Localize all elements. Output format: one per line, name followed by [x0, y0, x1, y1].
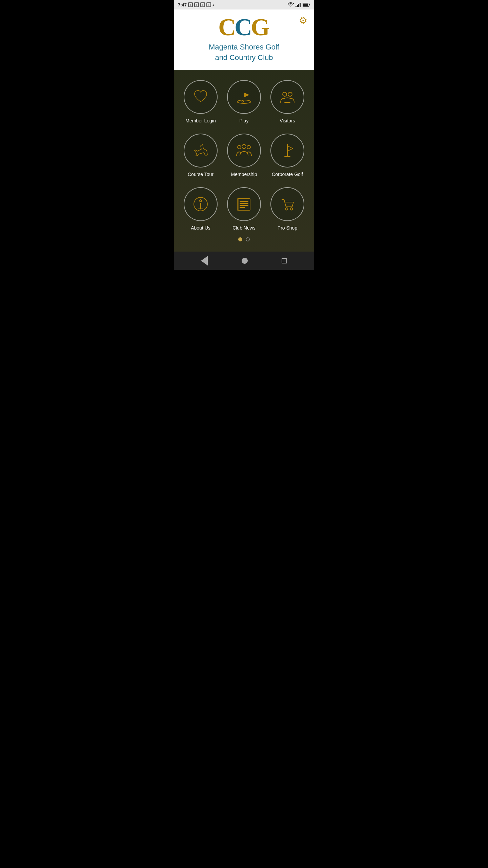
pagination-dot-1[interactable] — [238, 237, 242, 241]
menu-item-member-login[interactable]: Member Login — [181, 80, 221, 123]
battery-icon — [303, 3, 310, 7]
menu-item-course-tour[interactable]: Course Tour — [181, 134, 221, 177]
logo-c2: C — [235, 15, 251, 39]
membership-icon-circle — [227, 134, 261, 167]
logo-container: C C G Magenta Shores Golf and Country Cl… — [209, 15, 279, 63]
svg-point-11 — [283, 92, 287, 96]
menu-item-pro-shop[interactable]: Pro Shop — [267, 187, 307, 231]
svg-rect-2 — [298, 4, 299, 7]
signal-icon — [296, 2, 301, 7]
svg-point-12 — [288, 92, 292, 96]
corporate-golf-icon-circle — [270, 134, 304, 167]
header: ⚙ C C G Magenta Shores Golf and Country … — [174, 9, 314, 70]
notification-icon-1: ! — [188, 2, 193, 7]
notification-icon-3: ! — [200, 2, 205, 7]
wifi-icon — [288, 2, 294, 7]
course-tour-label: Course Tour — [188, 172, 214, 177]
svg-point-18 — [200, 200, 202, 202]
pagination-dot-2[interactable] — [246, 237, 250, 241]
plane-icon — [192, 142, 209, 159]
club-news-label: Club News — [232, 225, 256, 231]
svg-rect-22 — [238, 199, 250, 210]
menu-item-membership[interactable]: Membership — [224, 134, 264, 177]
svg-point-13 — [238, 145, 241, 149]
heart-icon — [192, 88, 209, 106]
status-icons — [288, 2, 310, 7]
dot-indicator: • — [212, 2, 214, 7]
logo-initials: C C G — [218, 15, 270, 39]
svg-rect-3 — [300, 3, 301, 7]
menu-item-about-us[interactable]: About Us — [181, 187, 221, 231]
club-name: Magenta Shores Golf and Country Club — [209, 42, 279, 63]
svg-point-28 — [290, 208, 293, 210]
cart-icon — [279, 195, 296, 213]
menu-item-play[interactable]: Play — [224, 80, 264, 123]
recents-square-icon — [282, 258, 287, 263]
flag-golf-icon — [235, 88, 253, 106]
svg-point-27 — [286, 208, 288, 210]
home-circle-icon — [242, 258, 248, 264]
pagination-dots — [181, 237, 307, 245]
svg-point-14 — [247, 145, 250, 149]
newspaper-icon — [235, 195, 253, 213]
corporate-golf-label: Corporate Golf — [272, 172, 303, 177]
svg-rect-0 — [296, 6, 297, 7]
svg-rect-1 — [297, 5, 298, 7]
info-icon — [192, 195, 209, 213]
back-arrow-icon — [201, 256, 208, 265]
home-button[interactable] — [242, 258, 248, 264]
nav-bar — [174, 252, 314, 270]
menu-item-visitors[interactable]: Visitors — [267, 80, 307, 123]
membership-label: Membership — [231, 172, 257, 177]
svg-marker-9 — [244, 93, 249, 97]
recents-button[interactable] — [282, 258, 287, 263]
member-login-label: Member Login — [185, 118, 216, 123]
notification-icon-4: ! — [206, 2, 211, 7]
settings-button[interactable]: ⚙ — [299, 15, 307, 26]
svg-point-10 — [242, 100, 244, 102]
pro-shop-label: Pro Shop — [278, 225, 297, 231]
logo-c1: C — [218, 15, 235, 39]
svg-rect-6 — [309, 4, 310, 5]
time-display: 7:47 — [178, 2, 187, 7]
svg-point-15 — [242, 144, 246, 149]
about-us-icon-circle — [184, 187, 218, 221]
flag-pole-icon — [279, 142, 296, 159]
group-icon — [235, 142, 253, 159]
play-label: Play — [239, 118, 248, 123]
people-icon — [279, 88, 296, 106]
menu-grid: Member Login Play — [181, 80, 307, 231]
about-us-label: About Us — [191, 225, 210, 231]
notification-icon-2: ! — [194, 2, 199, 7]
logo-g: G — [251, 15, 270, 39]
visitors-icon-circle — [270, 80, 304, 114]
course-tour-icon-circle — [184, 134, 218, 167]
club-news-icon-circle — [227, 187, 261, 221]
svg-rect-5 — [303, 4, 308, 6]
back-button[interactable] — [201, 256, 208, 265]
menu-item-club-news[interactable]: Club News — [224, 187, 264, 231]
member-login-icon-circle — [184, 80, 218, 114]
status-bar: 7:47 ! ! ! ! • — [174, 0, 314, 9]
menu-item-corporate-golf[interactable]: Corporate Golf — [267, 134, 307, 177]
pro-shop-icon-circle — [270, 187, 304, 221]
main-content: Member Login Play — [174, 70, 314, 252]
visitors-label: Visitors — [280, 118, 295, 123]
play-icon-circle — [227, 80, 261, 114]
